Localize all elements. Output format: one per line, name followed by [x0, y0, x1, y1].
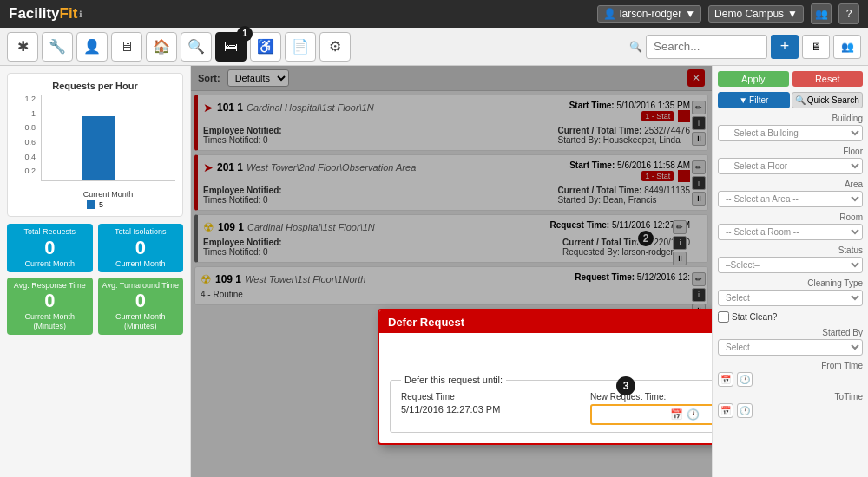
toolbar-btn-search[interactable]: 🔍 [181, 32, 212, 62]
request-time-value: 5/11/2016 12:27:03 PM [401, 404, 573, 415]
floor-label: Floor [718, 147, 863, 156]
legend-value: 5 [99, 200, 103, 209]
user-icon: 👤 [603, 8, 616, 20]
stats-row-2: Avg. Response Time 0 Current Month (Minu… [7, 278, 183, 335]
to-calendar-icon[interactable]: 📅 [718, 403, 733, 418]
modal-actions: 💾 4 [390, 343, 712, 368]
to-clock-icon[interactable]: 🕐 [737, 403, 753, 418]
to-time-controls: 📅 🕐 [718, 403, 863, 418]
stat-clean-checkbox-label: Stat Clean? [718, 311, 863, 323]
to-time-filter: ToTime 📅 🕐 [718, 392, 863, 418]
area-select[interactable]: -- Select an Area -- [718, 191, 863, 207]
app-header: FacilityFit ℹ 👤 larson-rodger ▼ Demo Cam… [0, 0, 868, 28]
new-time-label: New Request Time: [590, 392, 712, 402]
stat-clean-filter: Stat Clean? [718, 311, 863, 323]
user-dropdown[interactable]: 👤 larson-rodger ▼ [597, 5, 701, 23]
toolbar-btn-settings[interactable]: ⚙ [319, 32, 351, 62]
avg-response-stat: Avg. Response Time 0 Current Month (Minu… [7, 278, 93, 335]
defer-modal: Defer Request ✕ 💾 4 Defer this request u… [378, 309, 712, 445]
right-top-buttons: Apply Reset [718, 71, 863, 87]
info-icon: ℹ [79, 10, 82, 19]
toolbar-btn-tools[interactable]: 🔧 [42, 32, 73, 62]
total-isolations-stat: Total Isolations 0 Current Month [98, 224, 184, 272]
from-time-controls: 📅 🕐 [718, 372, 863, 387]
calendar-icon[interactable]: 📅 [670, 408, 683, 421]
toolbar-btn-monitor[interactable]: 🖥 [111, 32, 142, 62]
new-time-input[interactable] [597, 409, 667, 420]
left-panel: Requests per Hour 1.2 1 0.8 0.6 0.4 0.2 … [0, 66, 191, 477]
reset-button[interactable]: Reset [792, 71, 864, 87]
from-time-label: From Time [718, 361, 863, 370]
app-logo: FacilityFit ℹ [9, 5, 82, 23]
chart-x-label: Current Month [41, 190, 175, 199]
from-calendar-icon[interactable]: 📅 [718, 372, 733, 387]
num-badge-3: 3 [616, 376, 635, 395]
tab-filter[interactable]: ▼ Filter [718, 92, 790, 108]
status-select[interactable]: –Select– [718, 257, 863, 273]
building-filter: Building -- Select a Building -- [718, 114, 863, 141]
users-toolbar-button[interactable]: 👥 [833, 35, 861, 59]
apply-button[interactable]: Apply [718, 71, 789, 87]
room-select[interactable]: -- Select a Room -- [718, 224, 863, 240]
room-label: Room [718, 212, 863, 222]
right-panel: Apply Reset ▼ Filter 🔍 Quick Search Buil… [712, 66, 868, 477]
from-time-filter: From Time 📅 🕐 [718, 361, 863, 387]
defer-times: Request Time 5/11/2016 12:27:03 PM 3 New… [401, 392, 712, 425]
stats-row-1: Total Requests 0 Current Month Total Iso… [7, 224, 183, 272]
building-select[interactable]: -- Select a Building -- [718, 125, 863, 141]
modal-title: Defer Request [388, 316, 464, 329]
new-time-input-box: 📅 🕐 [590, 404, 712, 425]
new-request-time-field: 3 New Request Time: 📅 🕐 [590, 392, 712, 425]
tab-quick-search[interactable]: 🔍 Quick Search [792, 92, 864, 108]
help-button[interactable]: ? [838, 3, 859, 24]
campus-name: Demo Campus [714, 8, 784, 20]
area-filter: Area -- Select an Area -- [718, 180, 863, 207]
total-requests-stat: Total Requests 0 Current Month [7, 224, 93, 272]
toolbar-search-area: 🔍 + 🖥 👥 [629, 35, 861, 59]
status-label: Status [718, 245, 863, 255]
users-header-button[interactable]: 👥 [811, 3, 832, 24]
toolbar-btn-wrench[interactable]: ✱ [7, 32, 38, 62]
cleaning-type-select[interactable]: Select [718, 290, 863, 306]
search-tab-icon: 🔍 [795, 95, 806, 105]
stat-clean-checkbox[interactable] [718, 311, 729, 323]
modal-header: Defer Request ✕ [379, 310, 712, 333]
toolbar-btn-bed[interactable]: 🛏 1 [215, 32, 247, 62]
clock-icon[interactable]: 🕐 [687, 408, 700, 421]
started-by-label: Started By [718, 328, 863, 337]
to-time-label: ToTime [718, 392, 863, 402]
legend-color [87, 200, 95, 209]
floor-select[interactable]: -- Select a Floor -- [718, 158, 863, 174]
toolbar-btn-home[interactable]: 🏠 [146, 32, 177, 62]
room-filter: Room -- Select a Room -- [718, 212, 863, 240]
request-time-field: Request Time 5/11/2016 12:27:03 PM [401, 392, 573, 415]
cleaning-type-filter: Cleaning Type Select [718, 278, 863, 306]
chart-title: Requests per Hour [15, 81, 175, 91]
main-toolbar: ✱ 🔧 👤 🖥 🏠 🔍 🛏 1 ♿ 📄 ⚙ 🔍 + 🖥 👥 [0, 28, 868, 66]
started-by-filter: Started By Select [718, 328, 863, 356]
defer-fieldset: Defer this request until: Request Time 5… [390, 375, 712, 433]
toolbar-badge-1: 1 [237, 26, 253, 42]
from-clock-icon[interactable]: 🕐 [737, 372, 753, 387]
chart-bar-current [82, 116, 115, 180]
modal-body: 💾 4 Defer this request until: Request Ti… [379, 333, 712, 443]
chart-area: 1.2 1 0.8 0.6 0.4 0.2 Current Month [15, 95, 175, 199]
campus-dropdown[interactable]: Demo Campus ▼ [708, 5, 804, 23]
building-label: Building [718, 114, 863, 123]
main-content: Requests per Hour 1.2 1 0.8 0.6 0.4 0.2 … [0, 66, 868, 477]
chart-legend: 5 [15, 200, 175, 209]
defer-legend: Defer this request until: [401, 375, 506, 385]
search-input[interactable] [646, 35, 767, 59]
toolbar-btn-people[interactable]: 👤 [76, 32, 108, 62]
chart-bars [41, 95, 175, 181]
chart-y-axis: 1.2 1 0.8 0.6 0.4 0.2 [15, 95, 39, 181]
filter-icon: ▼ [739, 95, 747, 105]
add-button[interactable]: + [771, 35, 799, 59]
toolbar-btn-accessible[interactable]: ♿ [250, 32, 281, 62]
monitor-toolbar-button[interactable]: 🖥 [802, 35, 830, 59]
filter-tabs: ▼ Filter 🔍 Quick Search [718, 92, 863, 108]
user-name: larson-rodger [620, 8, 681, 20]
user-chevron-icon: ▼ [685, 8, 695, 20]
toolbar-btn-document[interactable]: 📄 [285, 32, 316, 62]
started-by-select[interactable]: Select [718, 339, 863, 356]
